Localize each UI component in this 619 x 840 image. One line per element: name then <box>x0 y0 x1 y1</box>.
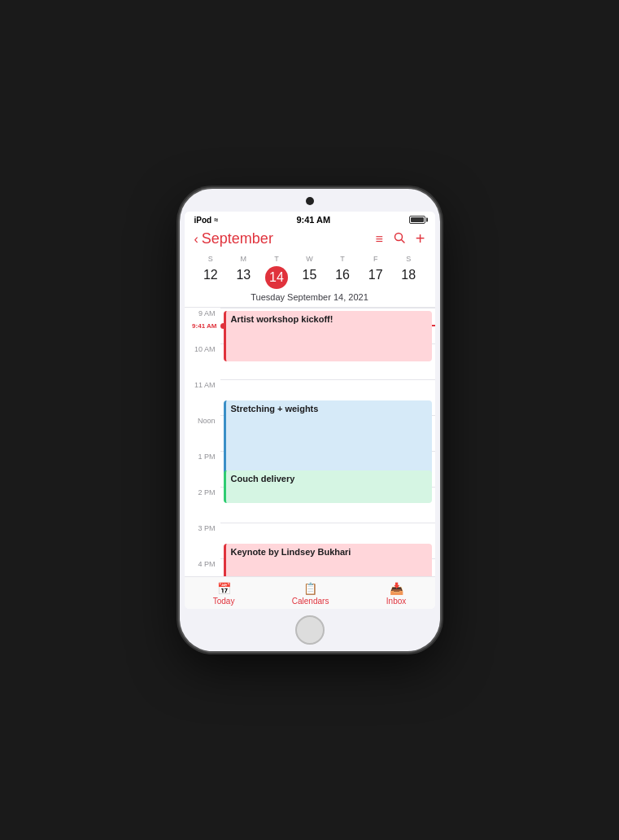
header-icons: ≡ + <box>375 230 425 248</box>
label-11am: 11 AM <box>185 379 220 415</box>
list-icon[interactable]: ≡ <box>375 232 382 247</box>
screen: iPod ≈ 9:41 AM ‹ September ≡ <box>185 212 435 609</box>
label-1pm: 1 PM <box>185 451 220 487</box>
current-time-label: 9:41 AM <box>185 322 220 330</box>
date-17[interactable]: 17 <box>359 266 392 289</box>
status-left: iPod ≈ <box>194 216 219 225</box>
date-14-today[interactable]: 14 <box>265 266 288 289</box>
label-10am: 10 AM <box>185 343 220 379</box>
date-18[interactable]: 18 <box>392 266 425 289</box>
nav-row: ‹ September ≡ + <box>194 230 425 248</box>
svg-line-1 <box>401 239 404 243</box>
tab-calendars[interactable]: 📋 Calendars <box>292 582 329 606</box>
selected-date-label: Tuesday September 14, 2021 <box>194 292 425 302</box>
day-letter-t1: T <box>260 255 294 263</box>
tab-bar: 📅 Today 📋 Calendars 📥 Inbox <box>185 576 435 609</box>
tab-inbox[interactable]: 📥 Inbox <box>386 582 406 606</box>
label-2pm: 2 PM <box>185 487 220 523</box>
day-letter-f: F <box>359 255 392 263</box>
label-3pm: 3 PM <box>185 523 220 558</box>
add-icon[interactable]: + <box>416 230 425 248</box>
month-label: September <box>202 230 273 247</box>
tab-inbox-label: Inbox <box>386 597 406 606</box>
calendar-header: ‹ September ≡ + S M <box>185 226 435 308</box>
time-grid[interactable]: 9 AM 9:41 AM 10 AM 11 AM <box>185 308 435 576</box>
day-letter-t2: T <box>326 255 360 263</box>
event-keynote[interactable]: Keynote by Lindsey Bukhari <box>224 544 432 576</box>
month-nav[interactable]: ‹ September <box>194 230 273 247</box>
carrier-label: iPod <box>194 216 212 225</box>
day-letter-m: M <box>227 255 260 263</box>
search-icon[interactable] <box>393 231 406 247</box>
date-16[interactable]: 16 <box>326 266 360 289</box>
date-13[interactable]: 13 <box>227 266 260 289</box>
status-bar: iPod ≈ 9:41 AM <box>185 212 435 226</box>
battery-icon <box>409 216 425 224</box>
back-chevron-icon[interactable]: ‹ <box>194 232 198 247</box>
day-letter-s2: S <box>392 255 425 263</box>
event-couch-delivery-title: Couch delivery <box>231 474 295 483</box>
day-letter-w: W <box>293 255 326 263</box>
event-couch-delivery[interactable]: Couch delivery <box>224 470 432 503</box>
week-dates: 12 13 14 15 16 17 18 <box>194 266 425 289</box>
tab-calendars-label: Calendars <box>292 597 329 606</box>
wifi-icon: ≈ <box>214 216 218 224</box>
label-4pm: 4 PM <box>185 558 220 576</box>
event-stretching-title: Stretching + weights <box>231 404 319 413</box>
battery-fill <box>411 217 424 222</box>
device: iPod ≈ 9:41 AM ‹ September ≡ <box>180 189 440 651</box>
event-artist-workshop-title: Artist workshop kickoff! <box>231 314 333 324</box>
tab-inbox-icon: 📥 <box>390 582 403 595</box>
tab-today-label: Today <box>213 597 235 606</box>
tab-calendars-icon: 📋 <box>303 582 317 595</box>
tab-today[interactable]: 📅 Today <box>213 582 235 606</box>
time-grid-inner: 9 AM 9:41 AM 10 AM 11 AM <box>185 308 435 576</box>
date-15[interactable]: 15 <box>293 266 326 289</box>
label-noon: Noon <box>185 415 220 451</box>
device-camera <box>306 197 314 205</box>
event-artist-workshop[interactable]: Artist workshop kickoff! <box>224 311 432 361</box>
day-letter-s1: S <box>194 255 228 263</box>
home-button[interactable] <box>295 615 325 645</box>
status-time: 9:41 AM <box>296 215 330 225</box>
status-right <box>409 216 425 224</box>
date-12[interactable]: 12 <box>194 266 228 289</box>
week-days-header: S M T W T F S <box>194 255 425 263</box>
event-keynote-title: Keynote by Lindsey Bukhari <box>231 547 351 557</box>
tab-today-icon: 📅 <box>217 582 231 595</box>
